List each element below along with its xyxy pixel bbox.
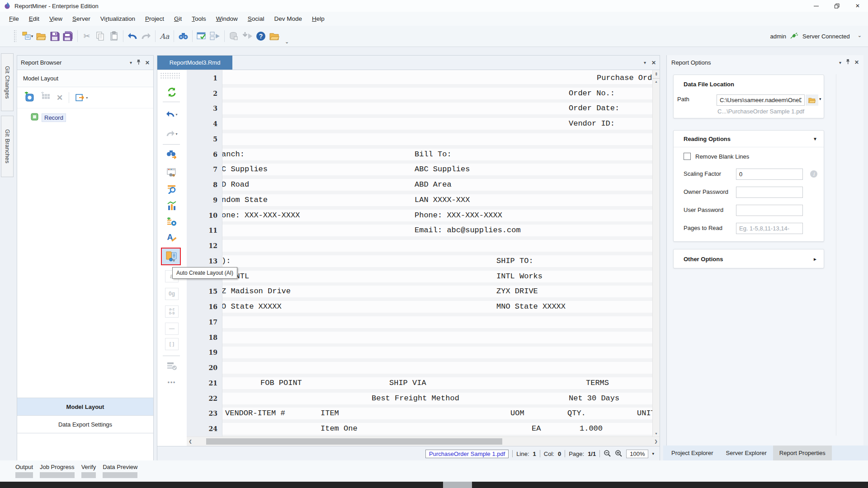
document-text[interactable]: VENDOR-ITEM # xyxy=(225,408,285,419)
document-text[interactable]: LAN XXXX-XXX xyxy=(415,194,470,206)
source-file-button[interactable]: PurchaseOrder Sample 1.pdf xyxy=(425,450,509,458)
copy-button[interactable] xyxy=(94,29,107,43)
run-import-button[interactable] xyxy=(241,29,254,43)
side-tab-git-changes[interactable]: Git Changes xyxy=(1,53,14,111)
more-tools-button[interactable]: ••• xyxy=(164,375,180,389)
auto-create-layout-ai-button[interactable] xyxy=(161,248,181,265)
remove-blank-lines-checkbox[interactable] xyxy=(684,153,691,160)
bottom-tab-verify[interactable]: Verify xyxy=(81,464,96,478)
path-dropdown-icon[interactable]: ▾ xyxy=(819,97,821,101)
alphanumeric-field-tool[interactable]: a-z0-9 xyxy=(164,305,180,318)
document-text[interactable]: ZYX DRIVE xyxy=(496,286,538,297)
horizontal-scrollbar[interactable]: ❮ ❯ xyxy=(187,436,660,446)
database-button[interactable] xyxy=(227,29,240,43)
bottom-tab-output[interactable]: Output xyxy=(15,464,33,478)
document-text[interactable]: UOM xyxy=(510,408,524,419)
owner-password-input[interactable] xyxy=(736,187,803,198)
menu-item-virtualization[interactable]: Virtualization xyxy=(95,12,140,26)
panel-view-button-data-export-settings[interactable]: Data Export Settings xyxy=(17,415,153,433)
tab-close-icon[interactable]: ✕ xyxy=(651,60,656,66)
document-text[interactable]: MNO State XXXXX xyxy=(496,301,566,313)
zoom-in-button[interactable] xyxy=(615,450,623,458)
zoom-dropdown-icon[interactable]: ▾ xyxy=(652,451,654,456)
add-record-button[interactable] xyxy=(24,92,35,104)
document-text[interactable]: D Road xyxy=(222,179,249,191)
undo-dropdown-icon[interactable]: ▾ xyxy=(175,113,177,117)
vertical-scrollbar[interactable]: ⇕ ▲ ▼ xyxy=(652,70,660,436)
panel-view-button-model-layout[interactable]: Model Layout xyxy=(17,398,153,415)
document-text[interactable]: Vendor ID: xyxy=(569,118,615,130)
document-text[interactable]: 1.000 xyxy=(580,423,603,435)
toolbar-overflow-icon[interactable]: ⌄ xyxy=(285,39,289,47)
document-text[interactable]: INTL Works xyxy=(496,271,542,282)
scroll-up-icon[interactable]: ▲ xyxy=(653,80,660,83)
new-model-dropdown-icon[interactable]: ▾ xyxy=(31,34,33,38)
save-all-button[interactable] xyxy=(62,29,75,43)
menu-item-social[interactable]: Social xyxy=(243,12,269,26)
help-button[interactable]: ? xyxy=(255,29,267,43)
document-text[interactable]: Order No.: xyxy=(569,88,615,99)
collapse-icon[interactable]: ▼ xyxy=(813,136,817,141)
panel-menu-icon[interactable]: ▾ xyxy=(130,60,132,65)
tab-server-explorer[interactable]: Server Explorer xyxy=(719,446,773,460)
split-view-handle[interactable]: ⇕ xyxy=(653,70,660,79)
font-edit-button[interactable]: A xyxy=(164,230,180,244)
scroll-right-icon[interactable]: ❯ xyxy=(652,437,660,446)
export-dropdown-icon[interactable]: ▾ xyxy=(86,96,88,100)
restore-button[interactable] xyxy=(826,0,847,12)
document-view[interactable]: Purchase OrdOrder No.:Order Date:Vendor … xyxy=(222,70,653,436)
document-text[interactable]: Order Date: xyxy=(569,103,619,114)
menu-item-server[interactable]: Server xyxy=(67,12,95,26)
document-text[interactable]: ITEM xyxy=(321,408,339,419)
tab-report-properties[interactable]: Report Properties xyxy=(773,446,832,460)
browse-path-button[interactable] xyxy=(806,94,818,106)
toolbar-options-icon[interactable]: ⌄ xyxy=(858,33,862,40)
tab-project-explorer[interactable]: Project Explorer xyxy=(665,446,719,460)
document-text[interactable]: Item One xyxy=(321,423,358,435)
tab-list-dropdown-icon[interactable]: ▾ xyxy=(644,60,646,65)
menu-item-view[interactable]: View xyxy=(44,12,67,26)
pages-to-read-input[interactable] xyxy=(736,223,803,234)
zoom-level-select[interactable]: 100% xyxy=(626,450,648,458)
delete-node-button[interactable]: ✕ xyxy=(57,93,63,103)
redo-button[interactable]: ▾ xyxy=(164,127,180,141)
undo-button[interactable]: ▾ xyxy=(164,108,180,121)
hscroll-thumb[interactable] xyxy=(206,438,502,445)
document-text[interactable]: O State XXXXX xyxy=(222,301,282,313)
document-text[interactable]: anch: xyxy=(222,149,245,160)
document-text[interactable]: TERMS xyxy=(586,377,609,389)
document-text[interactable]: EA xyxy=(532,423,541,435)
pin-icon[interactable] xyxy=(136,59,141,66)
menu-item-edit[interactable]: Edit xyxy=(24,12,44,26)
document-text[interactable]: one: XXX-XXX-XXXX xyxy=(222,210,300,221)
document-text[interactable]: Best Freight Method xyxy=(372,393,459,404)
add-field-button[interactable] xyxy=(41,92,51,103)
bottom-tab-data-preview[interactable]: Data Preview xyxy=(103,464,137,478)
new-model-button[interactable]: ▾ xyxy=(21,29,34,43)
brackets-field-tool[interactable]: [ ] xyxy=(164,337,180,351)
document-text[interactable]: FOB POINT xyxy=(260,377,302,389)
menu-item-file[interactable]: File xyxy=(4,12,24,26)
layout-settings-button[interactable] xyxy=(164,166,180,179)
panel-close-icon[interactable]: ✕ xyxy=(854,59,859,66)
document-text[interactable]: Bill To: xyxy=(415,149,452,160)
document-text[interactable]: UNIT xyxy=(637,408,653,419)
side-tab-git-branches[interactable]: Git Branches xyxy=(1,116,14,177)
toolbar-grip[interactable] xyxy=(160,72,180,80)
document-text[interactable]: Email: abc@supplies.com xyxy=(415,225,521,236)
statistics-button[interactable] xyxy=(164,199,180,212)
menu-item-dev-mode[interactable]: Dev Mode xyxy=(269,12,307,26)
undo-button[interactable] xyxy=(126,29,139,43)
document-text[interactable]: Z Madison Drive xyxy=(222,286,291,297)
other-options-card[interactable]: Other Options ► xyxy=(673,249,824,268)
document-text[interactable]: ABC Supplies xyxy=(415,164,470,175)
scroll-left-icon[interactable]: ❮ xyxy=(187,437,194,446)
expand-icon[interactable]: ► xyxy=(813,257,817,262)
validate-list-button[interactable] xyxy=(164,359,180,373)
save-button[interactable] xyxy=(48,29,61,43)
pattern-search-button[interactable] xyxy=(164,182,180,196)
document-text[interactable]: ndom State xyxy=(222,194,268,206)
scaling-factor-input[interactable] xyxy=(736,169,803,180)
menu-item-project[interactable]: Project xyxy=(140,12,169,26)
user-password-input[interactable] xyxy=(736,205,803,216)
